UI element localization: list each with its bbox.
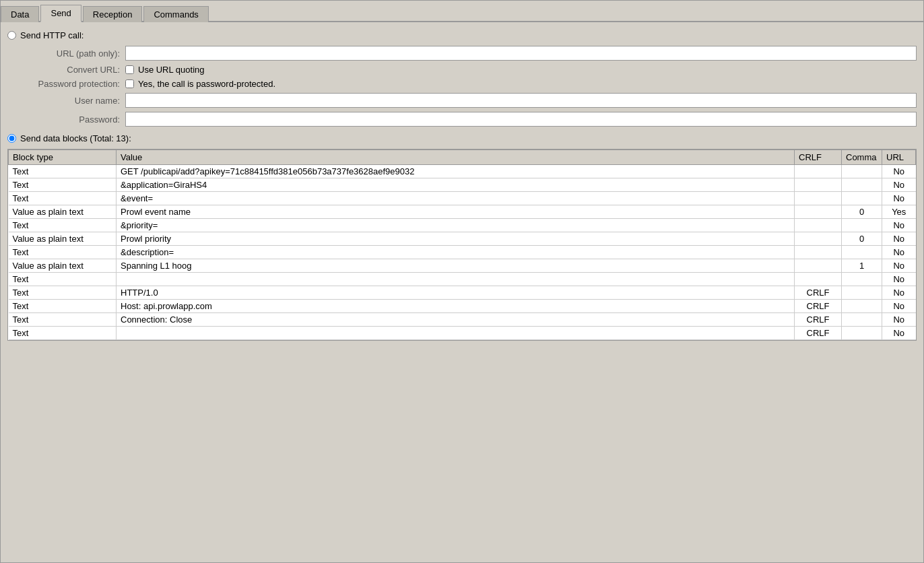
- http-form-section: URL (path only): Convert URL: Use URL qu…: [21, 46, 917, 127]
- cell-comma: [842, 327, 882, 340]
- password-protection-label: Password protection:: [21, 79, 125, 89]
- url-input[interactable]: [125, 46, 917, 61]
- table-row[interactable]: Text&description=No: [9, 246, 916, 259]
- table-row[interactable]: TextCRLFNo: [9, 327, 916, 340]
- cell-crlf: [795, 178, 842, 192]
- data-blocks-section: Send data blocks (Total: 13): Block type…: [7, 133, 917, 341]
- tab-bar: Data Send Reception Commands: [1, 1, 923, 22]
- cell-comma: [842, 286, 882, 300]
- username-row: User name:: [21, 93, 917, 108]
- cell-crlf: [795, 246, 842, 259]
- send-data-blocks-radio[interactable]: [7, 134, 16, 143]
- tab-data[interactable]: Data: [1, 6, 39, 22]
- cell-blocktype: Text: [9, 286, 117, 300]
- send-http-radio-row: Send HTTP call:: [7, 30, 917, 40]
- table-row[interactable]: Value as plain textProwl priority0No: [9, 232, 916, 246]
- cell-url: No: [882, 286, 916, 300]
- tab-reception[interactable]: Reception: [83, 6, 143, 22]
- cell-url: No: [882, 165, 916, 178]
- cell-crlf: [795, 219, 842, 232]
- cell-crlf: CRLF: [795, 313, 842, 327]
- table-row[interactable]: Value as plain textProwl event name0Yes: [9, 205, 916, 219]
- cell-comma: [842, 192, 882, 205]
- table-row[interactable]: Text&application=GiraHS4No: [9, 178, 916, 192]
- convert-url-checkbox[interactable]: [125, 65, 134, 74]
- cell-blocktype: Value as plain text: [9, 232, 117, 246]
- cell-url: No: [882, 219, 916, 232]
- col-header-blocktype: Block type: [9, 150, 117, 165]
- cell-value: GET /publicapi/add?apikey=71c88415ffd381…: [117, 165, 795, 178]
- send-http-label: Send HTTP call:: [20, 30, 84, 40]
- cell-blocktype: Text: [9, 246, 117, 259]
- cell-blocktype: Text: [9, 178, 117, 192]
- cell-url: No: [882, 259, 916, 273]
- cell-value: Host: api.prowlapp.com: [117, 300, 795, 313]
- table-row[interactable]: Text&priority=No: [9, 219, 916, 232]
- cell-value: Prowl event name: [117, 205, 795, 219]
- table-row[interactable]: TextNo: [9, 273, 916, 286]
- convert-url-label: Convert URL:: [21, 65, 125, 75]
- tab-commands[interactable]: Commands: [143, 6, 208, 22]
- table-row[interactable]: TextGET /publicapi/add?apikey=71c88415ff…: [9, 165, 916, 178]
- table-row[interactable]: TextHTTP/1.0CRLFNo: [9, 286, 916, 300]
- cell-comma: [842, 313, 882, 327]
- cell-crlf: CRLF: [795, 300, 842, 313]
- password-label: Password:: [21, 114, 125, 125]
- cell-url: No: [882, 178, 916, 192]
- cell-crlf: [795, 165, 842, 178]
- cell-value: &priority=: [117, 219, 795, 232]
- cell-value: [117, 327, 795, 340]
- username-label: User name:: [21, 96, 125, 106]
- cell-comma: 0: [842, 232, 882, 246]
- cell-value: Spanning L1 hoog: [117, 259, 795, 273]
- tab-content: Send HTTP call: URL (path only): Convert…: [1, 22, 923, 347]
- cell-url: No: [882, 313, 916, 327]
- cell-crlf: [795, 232, 842, 246]
- col-header-url: URL: [882, 150, 916, 165]
- cell-blocktype: Text: [9, 165, 117, 178]
- cell-crlf: CRLF: [795, 327, 842, 340]
- data-blocks-header: Send data blocks (Total: 13):: [7, 133, 917, 143]
- password-input[interactable]: [125, 112, 917, 127]
- cell-url: No: [882, 192, 916, 205]
- table-row[interactable]: Value as plain textSpanning L1 hoog1No: [9, 259, 916, 273]
- cell-value: [117, 273, 795, 286]
- cell-blocktype: Text: [9, 327, 117, 340]
- table-header-row: Block type Value CRLF Comma URL: [9, 150, 916, 165]
- send-data-blocks-label: Send data blocks (Total: 13):: [20, 133, 131, 143]
- username-input[interactable]: [125, 93, 917, 108]
- convert-url-checkbox-row: Use URL quoting: [125, 65, 205, 75]
- cell-blocktype: Text: [9, 313, 117, 327]
- cell-blocktype: Text: [9, 192, 117, 205]
- cell-url: No: [882, 273, 916, 286]
- cell-comma: [842, 219, 882, 232]
- cell-crlf: [795, 259, 842, 273]
- send-http-radio[interactable]: [7, 31, 16, 40]
- cell-url: No: [882, 232, 916, 246]
- cell-url: Yes: [882, 205, 916, 219]
- table-row[interactable]: TextHost: api.prowlapp.comCRLFNo: [9, 300, 916, 313]
- cell-value: &event=: [117, 192, 795, 205]
- cell-comma: 0: [842, 205, 882, 219]
- cell-crlf: CRLF: [795, 286, 842, 300]
- table-row[interactable]: TextConnection: CloseCRLFNo: [9, 313, 916, 327]
- password-protection-checkbox[interactable]: [125, 79, 134, 88]
- password-protection-checkbox-label: Yes, the call is password-protected.: [138, 79, 275, 89]
- convert-url-row: Convert URL: Use URL quoting: [21, 65, 917, 75]
- tab-send[interactable]: Send: [40, 5, 81, 22]
- col-header-crlf: CRLF: [795, 150, 842, 165]
- cell-url: No: [882, 327, 916, 340]
- cell-value: Connection: Close: [117, 313, 795, 327]
- url-row: URL (path only):: [21, 46, 917, 61]
- cell-url: No: [882, 300, 916, 313]
- cell-comma: [842, 246, 882, 259]
- data-table: Block type Value CRLF Comma URL TextGET …: [8, 150, 916, 340]
- col-header-value: Value: [117, 150, 795, 165]
- data-table-wrapper: Block type Value CRLF Comma URL TextGET …: [7, 149, 917, 341]
- cell-blocktype: Text: [9, 300, 117, 313]
- cell-crlf: [795, 192, 842, 205]
- cell-value: HTTP/1.0: [117, 286, 795, 300]
- table-row[interactable]: Text&event=No: [9, 192, 916, 205]
- cell-comma: 1: [842, 259, 882, 273]
- cell-comma: [842, 165, 882, 178]
